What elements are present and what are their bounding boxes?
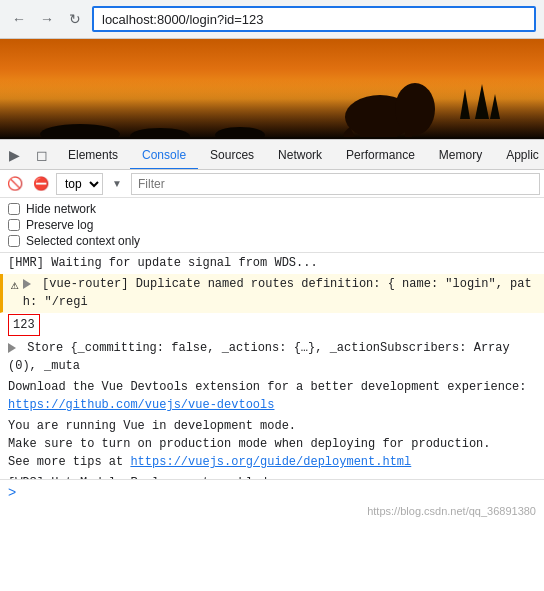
preserve-log-option[interactable]: Preserve log <box>8 218 536 232</box>
console-message-1-text: [HMR] Waiting for update signal from WDS… <box>8 254 536 272</box>
console-prompt: > <box>8 484 16 500</box>
forward-button[interactable]: → <box>36 8 58 30</box>
console-message-2: ⚠ [vue-router] Duplicate named routes de… <box>0 274 544 313</box>
console-message-1: [HMR] Waiting for update signal from WDS… <box>0 253 544 274</box>
devtools-link[interactable]: https://github.com/vuejs/vue-devtools <box>8 398 274 412</box>
selected-context-checkbox[interactable] <box>8 235 20 247</box>
clear-console-button[interactable]: 🚫 <box>4 173 26 195</box>
tab-console[interactable]: Console <box>130 140 198 170</box>
devtools-tab-bar: ▶ ◻ Elements Console Sources Network Per… <box>0 140 544 170</box>
console-output: [HMR] Waiting for update signal from WDS… <box>0 253 544 479</box>
arrow-triangle-2 <box>8 343 16 353</box>
tab-elements[interactable]: Elements <box>56 140 130 170</box>
hero-silhouette <box>0 79 544 139</box>
deployment-link[interactable]: https://vuejs.org/guide/deployment.html <box>130 455 411 469</box>
preserve-log-checkbox[interactable] <box>8 219 20 231</box>
browser-chrome: ← → ↻ <box>0 0 544 39</box>
mobile-icon-btn[interactable]: ◻ <box>28 140 56 170</box>
console-options: Hide network Preserve log Selected conte… <box>0 198 544 253</box>
highlighted-123: 123 <box>8 314 40 336</box>
context-arrow[interactable]: ▼ <box>107 173 127 195</box>
filter-toggle-button[interactable]: ⛔ <box>30 173 52 195</box>
tab-application[interactable]: Applic <box>494 140 544 170</box>
back-button[interactable]: ← <box>8 8 30 30</box>
preserve-log-label: Preserve log <box>26 218 93 232</box>
console-message-3: 123 <box>0 313 544 338</box>
browser-toolbar: ← → ↻ <box>0 0 544 38</box>
console-message-4-text: Store {_committing: false, _actions: {…}… <box>8 339 536 375</box>
selected-context-label: Selected context only <box>26 234 140 248</box>
warn-icon: ⚠ <box>11 276 19 296</box>
hide-network-checkbox[interactable] <box>8 203 20 215</box>
console-message-5-text: Download the Vue Devtools extension for … <box>8 378 536 414</box>
filter-input[interactable] <box>131 173 540 195</box>
reload-button[interactable]: ↻ <box>64 8 86 30</box>
arrow-triangle <box>23 279 31 289</box>
selected-context-option[interactable]: Selected context only <box>8 234 536 248</box>
address-bar[interactable] <box>92 6 536 32</box>
context-select[interactable]: top <box>56 173 103 195</box>
tab-performance[interactable]: Performance <box>334 140 427 170</box>
hero-image <box>0 39 544 139</box>
svg-point-2 <box>395 83 435 135</box>
console-input-row: > <box>0 479 544 503</box>
console-message-2-text: [vue-router] Duplicate named routes defi… <box>23 275 536 311</box>
console-message-6-text: You are running Vue in development mode.… <box>8 417 536 471</box>
watermark: https://blog.csdn.net/qq_36891380 <box>0 503 544 519</box>
console-message-4: Store {_committing: false, _actions: {…}… <box>0 338 544 377</box>
console-message-3-text: 123 <box>8 314 536 336</box>
console-message-5: Download the Vue Devtools extension for … <box>0 377 544 416</box>
tab-memory[interactable]: Memory <box>427 140 494 170</box>
tab-network[interactable]: Network <box>266 140 334 170</box>
console-message-6: You are running Vue in development mode.… <box>0 416 544 473</box>
hide-network-label: Hide network <box>26 202 96 216</box>
devtools-panel: ▶ ◻ Elements Console Sources Network Per… <box>0 139 544 519</box>
console-toolbar: 🚫 ⛔ top ▼ <box>0 170 544 198</box>
cursor-icon-btn[interactable]: ▶ <box>0 140 28 170</box>
hide-network-option[interactable]: Hide network <box>8 202 536 216</box>
tab-sources[interactable]: Sources <box>198 140 266 170</box>
